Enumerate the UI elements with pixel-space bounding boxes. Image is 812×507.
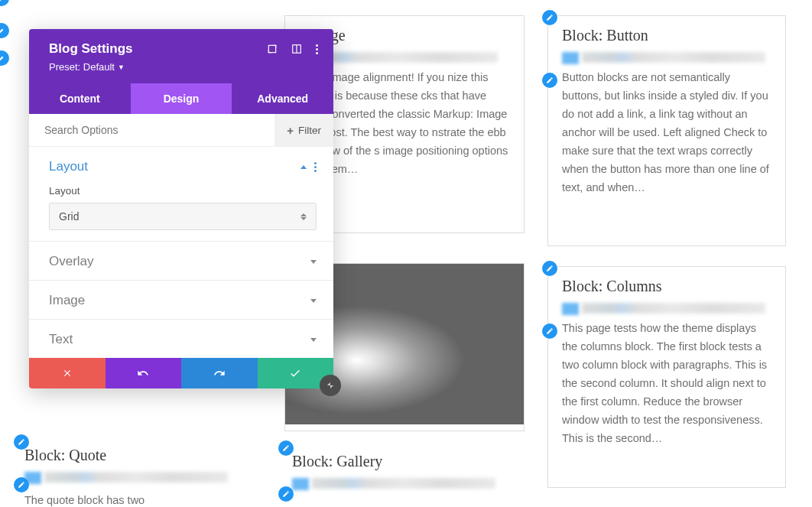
card-block-gallery: Block: Gallery: [284, 442, 525, 503]
chevron-down-icon: [310, 260, 317, 264]
search-input[interactable]: [29, 114, 274, 146]
thumb-placeholder: [562, 52, 579, 64]
tab-design[interactable]: Design: [131, 83, 232, 114]
card-block-columns: Block: Columns This page tests how the t…: [547, 266, 786, 488]
edit-badge-icon[interactable]: [542, 73, 557, 88]
card-title: Block: Button: [562, 27, 771, 44]
meta-placeholder: [44, 472, 228, 483]
meta-placeholder: [582, 303, 765, 314]
card-title: Block: Gallery: [292, 453, 517, 470]
card-block-quote: Block: Quote The quote block has two: [17, 436, 257, 505]
search-row: + Filter: [29, 114, 333, 147]
preset-dropdown[interactable]: Preset: Default ▼: [49, 61, 318, 73]
edit-badge-icon[interactable]: [542, 10, 557, 25]
more-icon[interactable]: [314, 162, 317, 172]
edit-badge-icon[interactable]: [278, 486, 294, 502]
snap-icon[interactable]: [291, 44, 302, 54]
section-title: Image: [49, 293, 85, 308]
meta-placeholder: [312, 478, 495, 489]
select-value: Grid: [59, 210, 79, 223]
card-title: Block: Columns: [562, 278, 771, 295]
tab-content[interactable]: Content: [29, 83, 131, 114]
section-overlay: Overlay: [29, 242, 333, 281]
sort-icon: [300, 213, 307, 220]
section-header-layout[interactable]: Layout: [49, 159, 317, 174]
panel-title-text: Blog Settings: [49, 41, 133, 57]
field-label-layout: Layout: [49, 185, 317, 197]
section-text: Text: [29, 320, 333, 358]
section-title: Overlay: [49, 254, 94, 269]
section-header-text[interactable]: Text: [49, 332, 317, 347]
card-body: Button blocks are not semantically butto…: [562, 69, 771, 197]
section-image: Image: [29, 281, 333, 320]
expand-icon[interactable]: [267, 44, 278, 54]
blog-settings-panel: Blog Settings Preset: Default ▼ Content …: [29, 29, 333, 388]
undo-button[interactable]: [106, 358, 182, 388]
panel-tabs: Content Design Advanced: [29, 83, 333, 114]
edit-badge-icon[interactable]: [542, 323, 557, 339]
layout-select[interactable]: Grid: [49, 203, 317, 230]
card-title: Block: Quote: [24, 447, 249, 464]
plus-icon: +: [287, 124, 294, 137]
meta-placeholder: [582, 52, 765, 63]
chevron-down-icon: ▼: [118, 63, 125, 71]
section-header-overlay[interactable]: Overlay: [49, 254, 317, 269]
section-layout: Layout Layout Grid: [29, 147, 333, 242]
resize-handle[interactable]: [320, 375, 341, 396]
section-title: Layout: [49, 159, 88, 174]
edit-badge-icon[interactable]: [0, 0, 9, 6]
panel-footer: [29, 358, 333, 388]
chevron-down-icon: [310, 299, 317, 303]
filter-button[interactable]: + Filter: [274, 114, 333, 146]
more-icon[interactable]: [316, 44, 318, 54]
thumb-placeholder: [292, 478, 309, 490]
edit-badge-icon[interactable]: [14, 477, 29, 492]
section-title: Text: [49, 332, 73, 347]
chevron-down-icon: [310, 338, 317, 342]
thumb-placeholder: [562, 303, 579, 315]
redo-button[interactable]: [181, 358, 258, 388]
card-body: The quote block has two: [24, 492, 249, 507]
chevron-up-icon: [300, 165, 307, 169]
edit-badge-icon[interactable]: [0, 50, 9, 66]
edit-badge-icon[interactable]: [14, 434, 29, 450]
edit-badge-icon[interactable]: [0, 23, 9, 38]
panel-header[interactable]: Blog Settings Preset: Default ▼: [29, 29, 333, 83]
cancel-button[interactable]: [29, 358, 106, 388]
tab-advanced[interactable]: Advanced: [232, 83, 333, 114]
edit-badge-icon[interactable]: [542, 261, 557, 276]
card-block-button: Block: Button Button blocks are not sema…: [547, 15, 786, 246]
card-body: This page tests how the theme displays t…: [562, 320, 771, 447]
section-header-image[interactable]: Image: [49, 293, 317, 308]
edit-badge-icon[interactable]: [278, 440, 294, 456]
